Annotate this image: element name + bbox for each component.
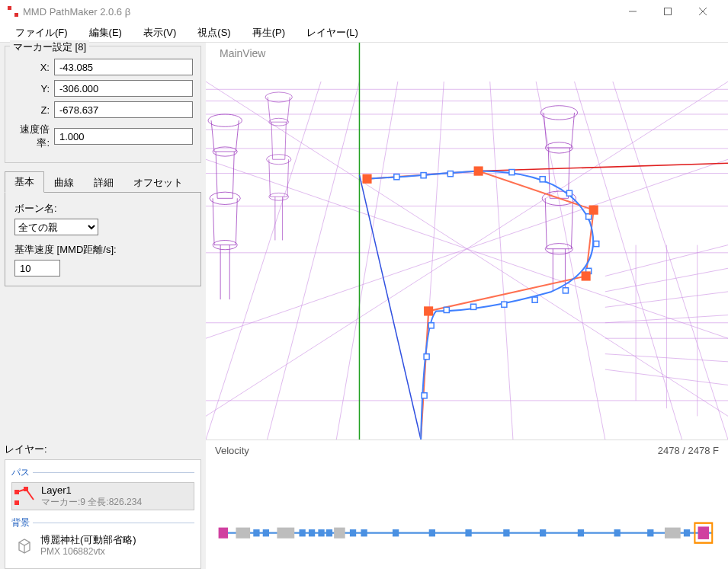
layer-item-bg[interactable]: 博麗神社(可動部省略) PMX 106882vtx (11, 532, 194, 559)
bg-sub: PMX 106882vtx (40, 546, 136, 558)
tab-content-basic: ボーン名: 全ての親 基準速度 [MMD距離/s]: (5, 193, 201, 286)
svg-rect-109 (698, 526, 710, 539)
svg-rect-68 (540, 177, 545, 182)
svg-rect-100 (393, 529, 399, 536)
svg-rect-79 (424, 354, 429, 360)
svg-rect-91 (665, 528, 681, 539)
svg-rect-87 (219, 528, 228, 539)
svg-rect-97 (326, 529, 332, 536)
svg-rect-67 (509, 170, 515, 175)
svg-rect-96 (318, 529, 324, 536)
svg-rect-95 (309, 529, 315, 536)
velocity-panel: Velocity 2478 / 2478 F (206, 440, 728, 569)
window-title: MMD PathMaker 2.0.6 β (23, 6, 615, 18)
app-icon (8, 6, 18, 17)
svg-rect-104 (540, 529, 546, 536)
svg-rect-74 (532, 297, 537, 302)
layers-path-heading: パス (11, 466, 194, 479)
y-label: Y: (13, 83, 54, 94)
base-speed-label: 基準速度 [MMD距離/s]: (14, 243, 191, 257)
velocity-frames: 2478 / 2478 F (658, 445, 719, 456)
svg-rect-90 (334, 528, 345, 539)
svg-rect-80 (422, 393, 427, 398)
menu-viewpoint[interactable]: 視点(S) (187, 23, 241, 43)
tab-offset[interactable]: オフセット (123, 172, 193, 193)
maximize-button[interactable] (650, 0, 685, 23)
svg-line-19 (206, 82, 321, 440)
marker-settings-group: マーカー設定 [8] X: Y: Z: 速度倍率: (5, 46, 201, 163)
svg-rect-94 (299, 529, 305, 536)
svg-rect-71 (594, 241, 599, 247)
menu-file[interactable]: ファイル(F) (5, 23, 79, 43)
tab-curve[interactable]: 曲線 (44, 172, 84, 193)
svg-rect-98 (350, 529, 356, 536)
svg-rect-6 (14, 500, 19, 505)
svg-rect-5 (24, 487, 28, 491)
svg-rect-4 (14, 490, 19, 494)
svg-rect-76 (471, 304, 476, 309)
velocity-label: Velocity (215, 445, 249, 456)
bone-name-select[interactable]: 全ての親 (14, 219, 98, 235)
bg-name: 博麗神社(可動部省略) (40, 534, 136, 546)
svg-rect-107 (647, 529, 653, 536)
base-speed-input[interactable] (14, 260, 60, 277)
left-panel: マーカー設定 [8] X: Y: Z: 速度倍率: 基本 曲線 詳細 オフセット (0, 43, 206, 569)
svg-rect-106 (614, 529, 621, 536)
y-input[interactable] (54, 80, 193, 97)
x-input[interactable] (54, 59, 193, 75)
svg-rect-73 (563, 288, 568, 293)
path-icon (14, 484, 37, 507)
svg-line-60 (359, 175, 421, 440)
minimize-button[interactable] (615, 0, 650, 23)
svg-rect-78 (428, 323, 434, 328)
tab-detail[interactable]: 詳細 (84, 172, 123, 193)
menu-view[interactable]: 表示(V) (133, 23, 187, 43)
speed-mult-label: 速度倍率: (13, 123, 54, 150)
svg-rect-108 (684, 529, 690, 536)
svg-rect-64 (421, 173, 426, 178)
menu-bar: ファイル(F) 編集(E) 表示(V) 視点(S) 再生(P) レイヤー(L) (0, 23, 728, 43)
close-button[interactable] (685, 0, 720, 23)
z-label: Z: (13, 104, 54, 116)
layer1-name: Layer1 (41, 484, 142, 497)
svg-rect-88 (236, 528, 250, 539)
svg-point-53 (540, 106, 577, 120)
tab-basic[interactable]: 基本 (5, 171, 44, 193)
marker-settings-title: マーカー設定 [8] (10, 40, 89, 54)
svg-line-61 (479, 163, 728, 171)
velocity-timeline[interactable] (206, 461, 728, 569)
menu-play[interactable]: 再生(P) (242, 23, 296, 43)
tab-bar: 基本 曲線 詳細 オフセット (5, 171, 201, 193)
z-input[interactable] (54, 101, 193, 118)
bone-name-label: ボーン名: (14, 202, 191, 216)
main-viewport[interactable]: MainView (206, 43, 728, 440)
svg-rect-101 (429, 529, 435, 536)
svg-rect-93 (263, 529, 269, 536)
menu-layer[interactable]: レイヤー(L) (296, 23, 369, 43)
svg-point-47 (265, 92, 292, 102)
svg-rect-102 (465, 529, 471, 536)
layer-item-layer1[interactable]: Layer1 マーカー:9 全長:826.234 (11, 482, 194, 510)
svg-rect-63 (394, 174, 399, 180)
svg-rect-84 (582, 271, 591, 280)
layers-section-label: レイヤー: (5, 443, 201, 456)
speed-mult-input[interactable] (54, 128, 193, 145)
svg-rect-75 (502, 302, 507, 307)
x-label: X: (13, 62, 54, 73)
svg-rect-1 (665, 8, 672, 15)
svg-rect-89 (277, 528, 294, 539)
svg-rect-83 (589, 206, 598, 215)
layer1-sub: マーカー:9 全長:826.234 (41, 497, 142, 508)
svg-rect-92 (253, 529, 259, 536)
svg-rect-85 (424, 306, 433, 315)
layers-panel: パス Layer1 マーカー:9 全長:826.234 背景 (5, 459, 201, 570)
svg-line-24 (536, 82, 605, 440)
svg-rect-65 (447, 171, 453, 177)
svg-rect-105 (578, 529, 584, 536)
svg-rect-70 (586, 214, 592, 219)
svg-line-26 (613, 82, 728, 440)
svg-rect-81 (363, 174, 372, 184)
menu-edit[interactable]: 編集(E) (79, 23, 133, 43)
svg-rect-82 (474, 166, 483, 175)
cube-icon (13, 534, 36, 557)
